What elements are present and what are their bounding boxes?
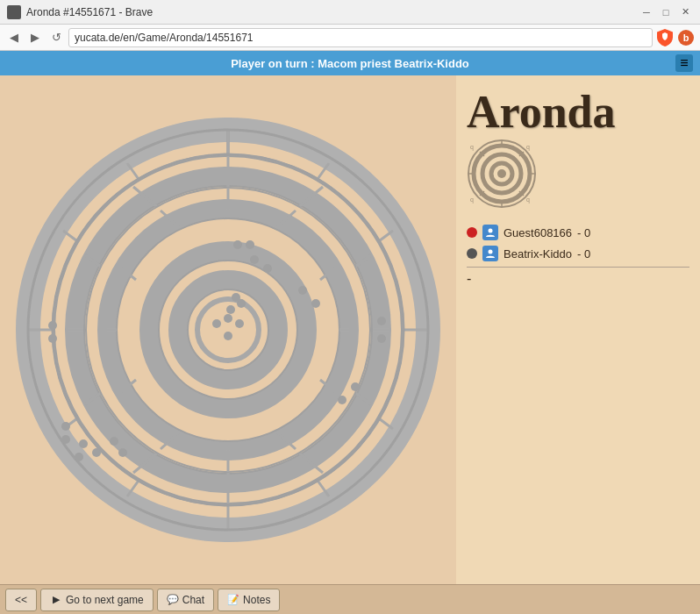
svg-point-59 [298, 286, 307, 295]
svg-point-70 [48, 321, 57, 330]
maximize-button[interactable]: □ [658, 4, 674, 20]
player2-icon [482, 246, 498, 261]
brave-shield-icon [656, 29, 674, 46]
player2-name: Beatrix-Kiddo [504, 247, 572, 261]
svg-point-60 [311, 299, 320, 308]
svg-point-77 [224, 332, 232, 340]
game-logo: q q q q [467, 139, 537, 209]
next-game-button[interactable]: ▶ Go to next game [40, 589, 154, 611]
player2-dot [467, 248, 477, 259]
svg-point-74 [212, 319, 221, 328]
toolbar: << ▶ Go to next game 💬 Chat 📝 Notes [0, 584, 700, 614]
notes-button[interactable]: 📝 Notes [218, 589, 280, 611]
url-input[interactable] [68, 28, 653, 47]
window-controls[interactable]: ─ □ ✕ [639, 4, 693, 20]
forward-button[interactable]: ▶ [26, 29, 44, 46]
svg-text:q: q [526, 144, 530, 151]
player1-icon [482, 225, 498, 240]
back-icon: << [15, 594, 27, 606]
back-button[interactable]: ◀ [5, 29, 23, 46]
svg-point-61 [377, 317, 386, 325]
chat-button[interactable]: 💬 Chat [157, 589, 214, 611]
svg-point-79 [246, 240, 254, 249]
game-title: Aronda [467, 89, 616, 135]
svg-text:b: b [683, 32, 689, 43]
svg-point-76 [235, 319, 244, 328]
status-menu-icon[interactable]: ≡ [675, 54, 693, 72]
window-title: Aronda #14551671 - Brave [26, 6, 153, 18]
title-section: Aronda [467, 89, 689, 209]
svg-point-91 [497, 169, 506, 178]
svg-point-67 [75, 453, 83, 461]
svg-point-65 [61, 422, 70, 431]
notes-label: Notes [243, 594, 270, 606]
svg-point-80 [226, 305, 235, 314]
right-panel: Aronda [456, 75, 700, 584]
players-section: Guest608166 - 0 Beatrix-Kiddo - 0 - [467, 225, 689, 287]
player-row-2: Beatrix-Kiddo - 0 [467, 246, 689, 261]
svg-point-105 [489, 229, 493, 233]
separator [467, 267, 689, 268]
player1-name: Guest608166 [504, 226, 572, 239]
notes-icon: 📝 [227, 594, 239, 606]
svg-point-68 [79, 439, 88, 448]
svg-text:q: q [470, 196, 474, 203]
svg-point-66 [61, 435, 70, 444]
svg-point-82 [232, 293, 240, 302]
minimize-button[interactable]: ─ [639, 4, 654, 20]
svg-text:q: q [470, 144, 474, 151]
svg-point-62 [377, 334, 386, 343]
svg-point-84 [118, 448, 127, 457]
chat-label: Chat [182, 594, 204, 606]
svg-point-83 [110, 437, 118, 446]
game-board[interactable] [13, 115, 443, 545]
svg-point-78 [233, 240, 242, 249]
next-game-icon: ▶ [50, 594, 62, 606]
svg-point-64 [338, 396, 346, 404]
favicon-icon [7, 5, 21, 19]
chat-icon: 💬 [167, 594, 179, 606]
title-col: Aronda [467, 89, 616, 209]
svg-point-71 [48, 334, 57, 343]
title-bar-left: Aronda #14551671 - Brave [7, 5, 153, 19]
player-row-1: Guest608166 - 0 [467, 225, 689, 240]
player2-score: - 0 [577, 247, 590, 261]
svg-text:q: q [526, 196, 530, 203]
back-button[interactable]: << [5, 589, 37, 611]
reload-button[interactable]: ↺ [47, 29, 65, 46]
player1-dot [467, 227, 477, 238]
svg-point-63 [351, 382, 360, 391]
svg-point-58 [263, 264, 272, 273]
close-button[interactable]: ✕ [677, 4, 693, 20]
status-bar: Player on turn : Macom priest Beatrix-Ki… [0, 51, 700, 75]
svg-point-69 [92, 448, 101, 457]
address-bar: ◀ ▶ ↺ b [0, 25, 700, 51]
brave-menu-icon[interactable]: b [677, 29, 695, 46]
next-game-label: Go to next game [66, 594, 144, 606]
svg-point-57 [250, 255, 259, 264]
board-area [0, 75, 456, 584]
status-text: Player on turn : Macom priest Beatrix-Ki… [25, 57, 675, 70]
player1-score: - 0 [577, 226, 590, 239]
title-bar: Aronda #14551671 - Brave ─ □ ✕ [0, 0, 700, 25]
svg-point-75 [224, 314, 232, 323]
status-dash: - [467, 271, 689, 287]
main-content: Aronda [0, 75, 700, 584]
svg-point-107 [489, 250, 493, 254]
